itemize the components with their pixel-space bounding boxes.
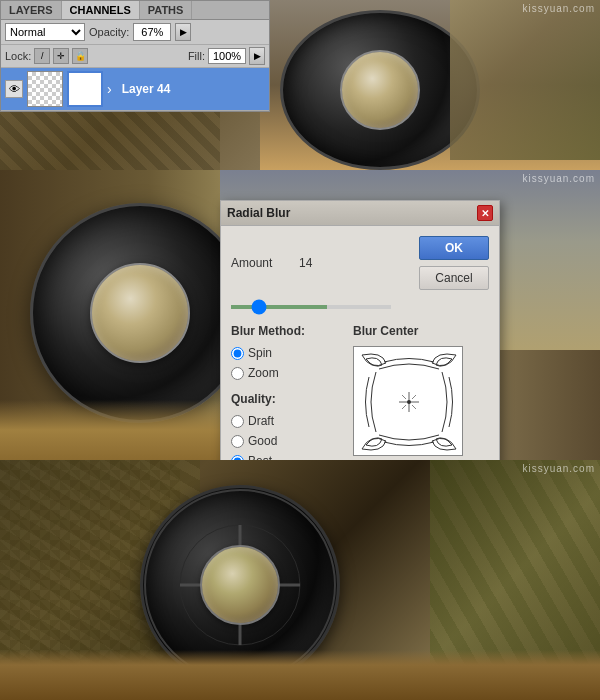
tab-channels[interactable]: CHANNELS	[62, 1, 140, 19]
watermark-mid: kissyuan.com	[522, 173, 595, 184]
zoom-label: Zoom	[248, 366, 279, 380]
blur-center-label: Blur Center	[353, 324, 463, 338]
layers-panel: LAYERS CHANNELS PATHS Normal Opacity: ▶ …	[0, 0, 270, 112]
draft-radio[interactable]	[231, 415, 244, 428]
watermark-bot: kissyuan.com	[522, 463, 595, 474]
spin-label: Spin	[248, 346, 272, 360]
lock-row: Lock: / ✛ 🔒 Fill: ▶	[1, 45, 269, 68]
wheel-mid-outer	[30, 203, 250, 423]
tab-paths[interactable]: PATHS	[140, 1, 193, 19]
lock-pixels-icon[interactable]: /	[34, 48, 50, 64]
lock-icons: / ✛ 🔒	[34, 48, 88, 64]
dialog-columns: Blur Method: Spin Zoom Quality: Draft	[231, 324, 489, 460]
tab-layers[interactable]: LAYERS	[1, 1, 62, 19]
desert-texture	[450, 0, 600, 160]
layers-tabs: LAYERS CHANNELS PATHS	[1, 1, 269, 20]
svg-line-6	[412, 405, 416, 409]
dialog-titlebar: Radial Blur ✕	[221, 201, 499, 226]
good-radio[interactable]	[231, 435, 244, 448]
draft-label: Draft	[248, 414, 274, 428]
lock-label: Lock:	[5, 50, 31, 62]
spin-radio-row: Spin	[231, 346, 341, 360]
opacity-arrow[interactable]: ▶	[175, 23, 191, 41]
wheel-mid-inner	[90, 263, 190, 363]
lock-all-icon[interactable]: 🔒	[72, 48, 88, 64]
lock-move-icon[interactable]: ✛	[53, 48, 69, 64]
amount-row: Amount 14 OK Cancel	[231, 236, 489, 290]
svg-line-3	[402, 395, 406, 399]
amount-label: Amount	[231, 256, 291, 270]
svg-line-4	[412, 395, 416, 399]
best-radio-row: Best	[231, 454, 341, 460]
svg-line-5	[402, 405, 406, 409]
blur-center-preview[interactable]	[353, 346, 463, 456]
blur-center-column: Blur Center	[353, 324, 463, 460]
fill-arrow[interactable]: ▶	[249, 47, 265, 65]
wheel-top-inner	[340, 50, 420, 130]
cancel-button[interactable]: Cancel	[419, 266, 489, 290]
wheel-image-top	[260, 0, 600, 170]
layer-link-icon[interactable]: ›	[107, 81, 112, 97]
spin-radio[interactable]	[231, 347, 244, 360]
opacity-input[interactable]	[133, 23, 171, 41]
dialog-close-button[interactable]: ✕	[477, 205, 493, 221]
draft-radio-row: Draft	[231, 414, 341, 428]
blend-mode-select[interactable]: Normal	[5, 23, 85, 41]
layer-visibility-icon[interactable]: 👁	[5, 80, 23, 98]
watermark-top: kissyuan.com	[522, 3, 595, 14]
fill-input[interactable]	[208, 48, 246, 64]
layer-row[interactable]: 👁 › Layer 44	[1, 68, 269, 111]
best-radio[interactable]	[231, 455, 244, 461]
blur-center-svg	[354, 347, 463, 456]
ok-button[interactable]: OK	[419, 236, 489, 260]
fill-label: Fill:	[188, 50, 205, 62]
layer-thumbnail	[27, 71, 63, 107]
settings-column: Blur Method: Spin Zoom Quality: Draft	[231, 324, 341, 460]
layer-name: Layer 44	[116, 80, 265, 98]
radial-blur-dialog: Radial Blur ✕ Amount 14 OK Cancel Blur M…	[220, 200, 500, 460]
opacity-label: Opacity:	[89, 26, 129, 38]
amount-slider-container	[231, 298, 391, 312]
best-label: Best	[248, 454, 272, 460]
amount-value: 14	[299, 256, 329, 270]
top-panel: LAYERS CHANNELS PATHS Normal Opacity: ▶ …	[0, 0, 600, 170]
dialog-title: Radial Blur	[227, 206, 290, 220]
blur-method-label: Blur Method:	[231, 324, 341, 338]
quality-label: Quality:	[231, 392, 341, 406]
zoom-radio-row: Zoom	[231, 366, 341, 380]
layers-controls: Normal Opacity: ▶	[1, 20, 269, 45]
good-radio-row: Good	[231, 434, 341, 448]
good-label: Good	[248, 434, 277, 448]
layer-mask-thumbnail	[67, 71, 103, 107]
mid-panel: Radial Blur ✕ Amount 14 OK Cancel Blur M…	[0, 170, 600, 460]
amount-slider[interactable]	[231, 305, 391, 309]
dialog-body: Amount 14 OK Cancel Blur Method: Spin	[221, 226, 499, 460]
bot-panel: kissyuan.com	[0, 460, 600, 700]
ground-bot	[0, 650, 600, 700]
zoom-radio[interactable]	[231, 367, 244, 380]
